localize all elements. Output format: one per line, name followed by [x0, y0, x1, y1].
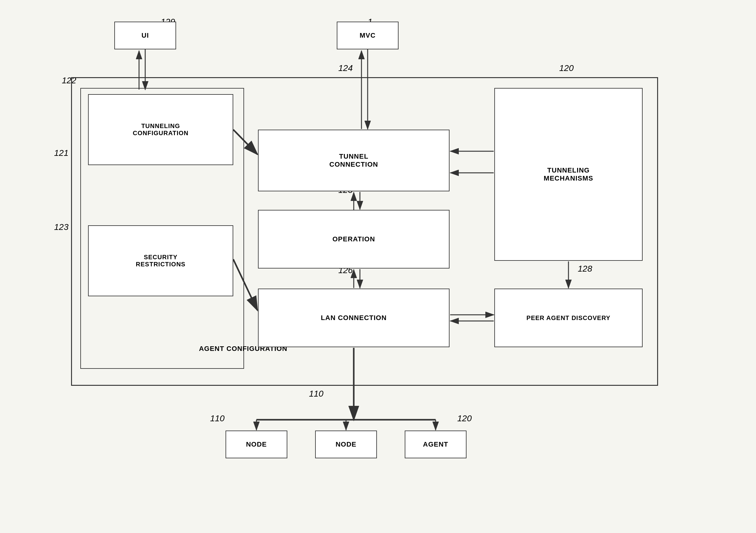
peer-agent-discovery-label: PEER AGENT DISCOVERY	[526, 315, 610, 321]
mvc-box: MVC	[337, 22, 398, 49]
diagram-container: 129 1 124 120 122 121 123 125 126 127 12…	[0, 0, 756, 533]
ref-110-left: 110	[210, 414, 225, 423]
security-restrictions-label: SECURITYRESTRICTIONS	[136, 254, 186, 268]
tunnel-connection-label: TUNNELCONNECTION	[329, 152, 378, 168]
operation-box: OPERATION	[258, 210, 449, 268]
ui-box: UI	[114, 22, 176, 49]
ref-120-bottom: 120	[457, 414, 472, 423]
node1-box: NODE	[226, 431, 287, 458]
operation-label: OPERATION	[333, 235, 375, 243]
node2-box: NODE	[315, 431, 377, 458]
tunneling-mechanisms-label: TUNNELINGMECHANISMS	[544, 166, 593, 182]
agent-label: AGENT	[423, 441, 448, 448]
ref-121: 121	[54, 148, 68, 158]
ui-label: UI	[142, 32, 149, 39]
tunneling-config-label: TUNNELINGCONFIGURATION	[133, 122, 188, 137]
tunneling-mechanisms-box: TUNNELINGMECHANISMS	[494, 88, 643, 261]
mvc-label: MVC	[360, 32, 376, 39]
ref-120-outer: 120	[559, 63, 574, 73]
security-restrictions-box: SECURITYRESTRICTIONS	[88, 225, 233, 296]
lan-connection-box: LAN CONNECTION	[258, 289, 449, 347]
peer-agent-discovery-box: PEER AGENT DISCOVERY	[494, 289, 643, 347]
ref-110-mid: 110	[309, 389, 323, 399]
node1-label: NODE	[246, 441, 267, 448]
tunneling-config-box: TUNNELINGCONFIGURATION	[88, 94, 233, 165]
agent-box: AGENT	[405, 431, 467, 458]
tunnel-connection-box: TUNNELCONNECTION	[258, 130, 449, 191]
ref-123: 123	[54, 222, 68, 232]
ref-124: 124	[338, 63, 353, 73]
node2-label: NODE	[336, 441, 357, 448]
lan-connection-label: LAN CONNECTION	[321, 314, 387, 322]
